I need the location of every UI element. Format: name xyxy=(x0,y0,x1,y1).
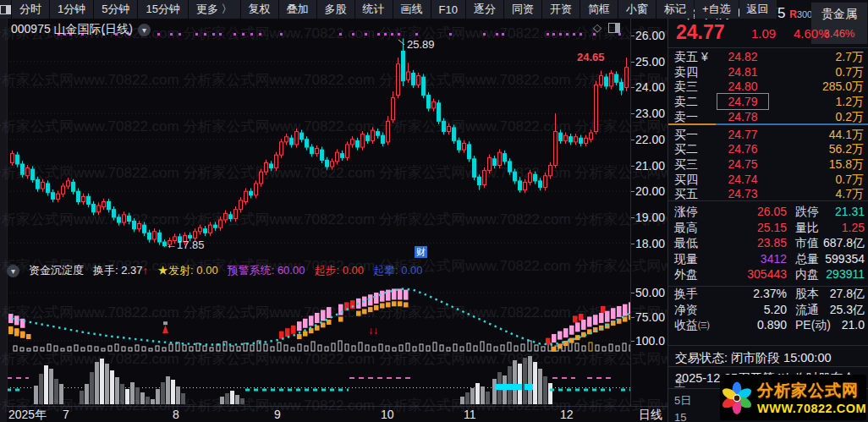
qibu-value: 起步: 0.00 xyxy=(314,263,364,278)
ask-row[interactable]: 卖五 ¥ 24.82 2.7万 xyxy=(668,49,868,64)
top-toolbar: 分时 1分钟 5分钟 15分钟 更多 〉 复权 叠加 多股 统计 画线 F10 … xyxy=(0,0,667,19)
chart-title-bar: 000975 山金国际(日线) ▾ xyxy=(11,22,151,37)
ask-row[interactable]: 卖三 24.80 285.0万 xyxy=(668,79,868,94)
logo-site-url: WWW.70822.COM xyxy=(757,402,866,415)
stat-row: 涨停26.05 跌停21.31 xyxy=(668,204,868,220)
r-tag: R xyxy=(789,8,797,20)
month-label: 11 xyxy=(464,408,476,421)
month-label: 12 xyxy=(560,408,574,421)
trade-status: 交易状态: 闭市阶段 15:00:00 xyxy=(675,350,832,366)
quote-panel: 山金国际 000975 R300 贵金属 3.46% 24.77 1.09 4.… xyxy=(667,0,868,422)
stock-app-window: 分时 1分钟 5分钟 15分钟 更多 〉 复权 叠加 多股 统计 画线 F10 … xyxy=(0,0,868,422)
stat-row: 最高25.15 量比1.25 xyxy=(668,220,868,236)
up-arrow-icon: ↑ xyxy=(143,264,149,277)
ask-row[interactable]: 卖四 24.81 0.7万 xyxy=(668,64,868,79)
svg-text:↓↓: ↓↓ xyxy=(368,325,378,337)
yujing-value: 预警系统: 60.00 xyxy=(228,263,305,278)
indicator-header: ▾ 资金沉淀度 换手: 2.37↑ ★发射: 0.00 预警系统: 60.00 … xyxy=(7,263,423,278)
diamond-icon[interactable]: ◇ xyxy=(593,21,602,34)
menu-fuquan[interactable]: 复权 xyxy=(241,0,278,19)
collapse-icon[interactable]: ▾ xyxy=(7,265,19,277)
partial-row-5ri: 5日 xyxy=(674,393,691,408)
svg-text:←17.85: ←17.85 xyxy=(166,238,205,251)
stat-row: 收益㈢0.890 PE(动)21.0 xyxy=(668,317,868,333)
stat-row: 净资5.20 流通25.3亿 xyxy=(668,302,868,318)
stat-row: 现量3412 总量599354 xyxy=(668,251,868,267)
menu-huaxian[interactable]: 画线 xyxy=(393,0,431,19)
split-window-icon[interactable] xyxy=(608,23,620,33)
tab-5min[interactable]: 5分钟 xyxy=(94,0,137,19)
bid-row[interactable]: 买二 24.76 56.2万 xyxy=(668,141,868,156)
month-label: 9 xyxy=(274,408,281,421)
svg-text:25.89: 25.89 xyxy=(407,38,435,51)
price-change: 1.09 xyxy=(751,26,776,41)
svg-text:24.65: 24.65 xyxy=(577,51,605,63)
split-pane-icon[interactable] xyxy=(0,0,11,19)
logo-site-name: 分析家公式网 xyxy=(757,380,866,402)
cai-news-icon[interactable]: 财 xyxy=(415,246,427,258)
partial-row-zhu: 主 xyxy=(674,375,685,391)
site-logo[interactable]: 分析家公式网 WWW.70822.COM xyxy=(720,375,866,420)
menu-xiaochuang[interactable]: 小窗 xyxy=(618,0,656,19)
bid-row[interactable]: 买一 24.77 44.1万 xyxy=(668,127,868,142)
menu-f10[interactable]: F10 xyxy=(431,0,465,19)
bid-row[interactable]: 买四 24.74 0.7万 xyxy=(668,172,868,187)
indicator-name: 资金沉淀度 xyxy=(29,263,84,278)
month-label: 10 xyxy=(381,408,394,421)
ask-row[interactable]: 卖二 24.79 1.2万 xyxy=(668,94,868,109)
menu-duogu[interactable]: 多股 xyxy=(317,0,354,19)
menu-kaizi[interactable]: 开资 xyxy=(542,0,580,19)
menu-diejia[interactable]: 叠加 xyxy=(279,0,316,19)
year-label: 2025年 xyxy=(8,408,47,422)
last-price: 24.77 xyxy=(676,21,725,44)
qipan-value: 起攀: 0.00 xyxy=(373,263,423,278)
stat-row: 最低23.85 市值687.8亿 xyxy=(668,235,868,251)
tab-15min[interactable]: 15分钟 xyxy=(138,0,187,19)
fashe-value: ★发射: 0.00 xyxy=(157,263,218,278)
menu-tongzi[interactable]: 同资 xyxy=(504,0,541,19)
flower-logo-icon xyxy=(720,375,754,419)
tab-1min[interactable]: 1分钟 xyxy=(50,0,93,19)
chart-title: 000975 山金国际(日线) xyxy=(11,22,133,37)
tab-more[interactable]: 更多 〉 xyxy=(189,0,240,19)
main-candlestick-chart[interactable]: 25.89←17.8524.65 xyxy=(7,19,630,260)
sector-name: 贵金属 xyxy=(811,7,867,22)
index-tag: 300 xyxy=(797,9,812,19)
menu-tongji[interactable]: 统计 xyxy=(355,0,393,19)
left-scroll-strip[interactable] xyxy=(0,19,8,422)
huanshou-value: 换手: 2.37↑ xyxy=(93,263,148,278)
price-axis: 26.0025.0024.0023.0022.0021.0020.0019.00… xyxy=(630,19,667,406)
bid-row[interactable]: 买三 24.75 15.8万 xyxy=(668,156,868,172)
month-label: 8 xyxy=(173,408,179,421)
stat-row: 外盘305443 内盘293911 xyxy=(668,266,868,282)
tab-fenshi[interactable]: 分时 xyxy=(12,0,49,19)
menu-zhufen[interactable]: 逐分 xyxy=(466,0,503,19)
chevron-down-icon[interactable]: ▾ xyxy=(138,24,151,36)
menu-biaoji[interactable]: 标记 xyxy=(656,0,694,19)
stat-row: 换手2.37% 股本27.8亿 xyxy=(668,286,868,302)
ask-row[interactable]: 卖一 24.78 0.2万 xyxy=(668,109,868,124)
partial-row-15: 15 xyxy=(674,411,686,422)
month-label: 7 xyxy=(63,408,69,421)
price-change-pct: 4.60% xyxy=(794,26,830,41)
menu-add-watchlist[interactable]: +自选 xyxy=(695,0,739,19)
time-axis: 2025年 789101112 xyxy=(7,406,630,422)
menu-jiankuang[interactable]: 简框 xyxy=(580,0,618,19)
bid-row[interactable]: 买五 24.73 4.7万 xyxy=(668,186,868,201)
menu-back[interactable]: 返回 xyxy=(739,0,777,19)
volume-chart[interactable] xyxy=(7,355,630,406)
